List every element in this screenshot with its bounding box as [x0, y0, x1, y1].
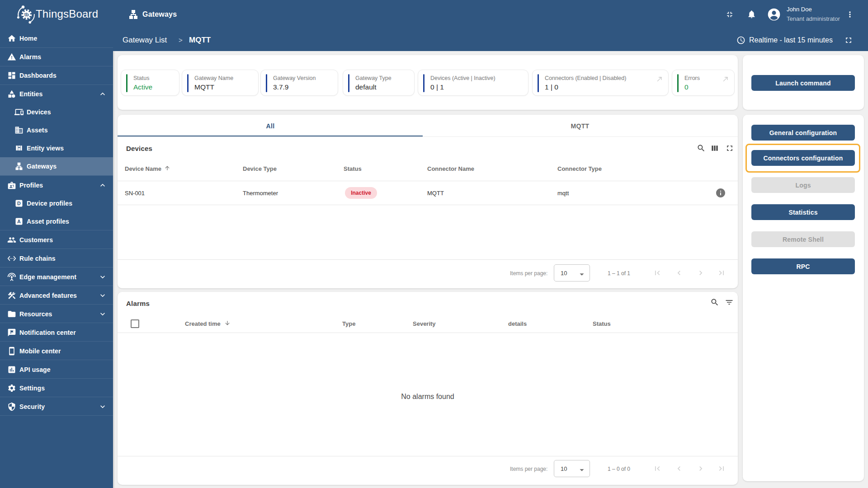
svg-text:D: D [17, 201, 21, 206]
svg-text:A: A [17, 219, 21, 224]
svg-text:tb: tb [24, 12, 29, 17]
